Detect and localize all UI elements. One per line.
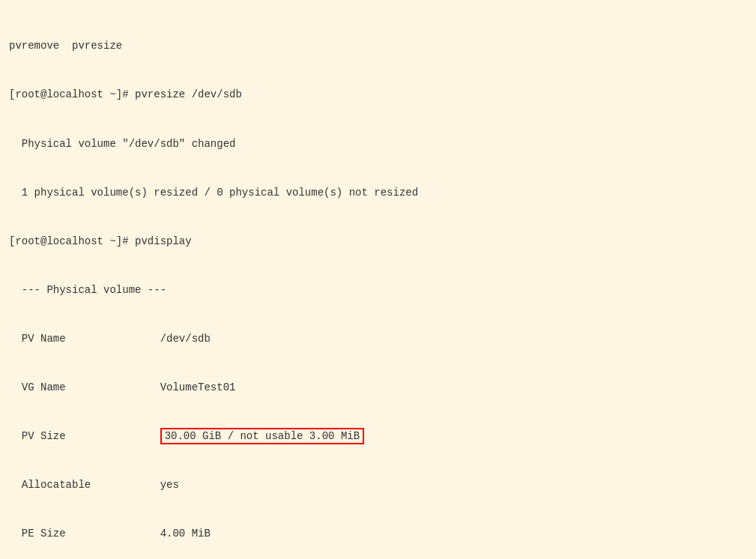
line-1: pvremove pvresize — [9, 38, 747, 55]
pv-size-highlight: 30.00 GiB / not usable 3.00 MiB — [160, 428, 364, 444]
pv-size-label: PV Size — [9, 430, 160, 442]
line-4: 1 physical volume(s) resized / 0 physica… — [9, 185, 747, 202]
line-6: --- Physical volume --- — [9, 282, 747, 299]
line-11: PE Size 4.00 MiB — [9, 526, 747, 543]
line-9: PV Size 30.00 GiB / not usable 3.00 MiB — [9, 429, 747, 445]
line-10: Allocatable yes — [9, 477, 747, 494]
line-2: [root@localhost ~]# pvresize /dev/sdb — [9, 87, 747, 103]
line-3: Physical volume "/dev/sdb" changed — [9, 136, 747, 153]
line-8: VG Name VolumeTest01 — [9, 380, 747, 396]
line-7: PV Name /dev/sdb — [9, 331, 747, 348]
terminal-output: pvremove pvresize [root@localhost ~]# pv… — [0, 0, 756, 559]
line-5: [root@localhost ~]# pvdisplay — [9, 234, 747, 250]
